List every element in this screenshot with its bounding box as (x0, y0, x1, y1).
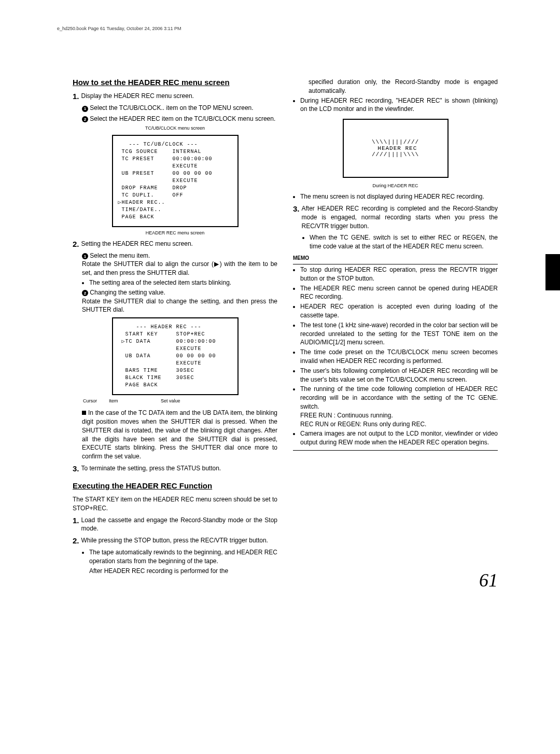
step-1-text: Display the HEADER REC menu screen. (81, 92, 194, 101)
frame-header: e_hd250.book Page 61 Tuesday, October 24… (57, 26, 181, 31)
r3-text: After HEADER REC recording is completed … (302, 204, 498, 230)
s2b-title: Changing the setting value. (90, 289, 165, 296)
memo-5: The user's bits following completion of … (300, 367, 498, 384)
step-2-num: 2. (73, 240, 79, 248)
viewfinder: \\\\||||//// HEADER REC ////||||\\\\ (343, 119, 449, 178)
memo-divider-bottom (293, 450, 498, 451)
lbl-item: Item (109, 398, 161, 403)
heading-exec: Executing the HEADER REC Function (73, 481, 277, 490)
e2-b1: The tape automatically rewinds to the be… (89, 548, 277, 566)
step-3-num: 3. (73, 464, 79, 473)
note-r1: The menu screen is not displayed during … (300, 192, 498, 201)
menu-screen-1: --- TC/UB/CLOCK --- TCG SOURCE INTERNAL … (112, 135, 239, 227)
exec-intro: The START KEY item on the HEADER REC men… (73, 495, 277, 513)
sub-1-icon: 1 (82, 106, 88, 112)
sub-2-icon: 2 (82, 116, 88, 122)
memo-7: Camera images are not output to the LCD … (300, 429, 498, 447)
r3-num: 3. (293, 204, 300, 230)
s2a-bullet: The setting area of the selected item st… (89, 278, 277, 287)
s2a-icon: 1 (82, 253, 88, 259)
e1-num: 1. (73, 516, 79, 534)
memo-1: The HEADER REC menu screen cannot be ope… (300, 284, 498, 302)
cont1: specified duration only, the Record-Stan… (309, 78, 498, 95)
step-1-num: 1. (73, 92, 79, 101)
s2a-body: Rotate the SHUTTER dial to align the cur… (82, 260, 277, 277)
e2-text: While pressing the STOP button, press th… (81, 536, 268, 545)
s2b-body: Rotate the SHUTTER dial to change the se… (82, 297, 277, 315)
memo-divider (293, 264, 498, 264)
square-icon (82, 411, 86, 415)
memo-list: To stop during HEADER REC operation, pre… (293, 266, 498, 447)
page-number: 61 (479, 569, 498, 591)
memo-6: The running of the time code following c… (300, 385, 498, 428)
s2a-title: Select the menu item. (90, 252, 150, 259)
memo-0: To stop during HEADER REC operation, pre… (300, 266, 498, 283)
memo-title: MEMO (293, 255, 498, 261)
lbl-set: Set value (161, 398, 180, 403)
caption-vf: During HEADER REC (293, 183, 498, 188)
side-tab (545, 254, 560, 290)
caption-2: HEADER REC menu screen (73, 230, 277, 235)
e2-b2: After HEADER REC recording is performed … (89, 567, 277, 576)
sub-1a: Select the TC/UB/CLOCK.. item on the TOP… (90, 104, 253, 111)
menu-screen-2: --- HEADER REC --- START KEY STOP+REC ▷T… (112, 317, 239, 395)
caption-1: TC/UB/CLOCK menu screen (73, 125, 277, 131)
heading-set: How to set the HEADER REC menu screen (73, 78, 277, 87)
step-3-text: To terminate the setting, press the STAT… (81, 464, 221, 473)
lbl-cursor: Cursor (83, 398, 109, 403)
e1-text: Load the cassette and engage the Record-… (81, 516, 277, 534)
sub-1b: Select the HEADER REC item on the TC/UB/… (90, 115, 275, 122)
cont2: During HEADER REC recording, "HEADER REC… (300, 96, 498, 114)
memo-4: The time code preset on the TC/UB/CLOCK … (300, 348, 498, 366)
step-2-text: Setting the HEADER REC menu screen. (81, 240, 193, 248)
note-text: In the case of the TC DATA item and the … (82, 409, 277, 460)
r3-b: When the TC GENE. switch is set to eithe… (310, 233, 498, 251)
s2b-icon: 2 (82, 290, 88, 296)
memo-3: The test tone (1 kHz sine-wave) recorded… (300, 321, 498, 347)
e2-num: 2. (73, 536, 79, 545)
memo-2: HEADER REC operation is accepted even du… (300, 302, 498, 320)
